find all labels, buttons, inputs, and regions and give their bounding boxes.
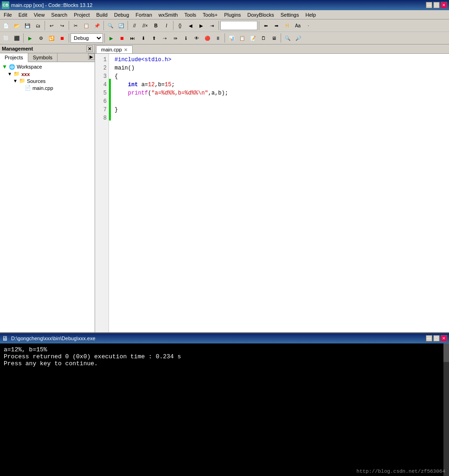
menu-wxsmith[interactable]: wxSmith: [156, 11, 181, 19]
menu-search[interactable]: Search: [48, 11, 70, 19]
run-button[interactable]: ▶: [25, 33, 35, 43]
menu-debug[interactable]: Debug: [111, 11, 132, 19]
jump-button[interactable]: ⇥: [207, 20, 217, 31]
redo-button[interactable]: ↪: [57, 20, 67, 31]
debug-watch-button[interactable]: 👁: [192, 33, 202, 43]
editor-tab-bar: main.cpp ✕: [95, 44, 449, 54]
select-rect-button[interactable]: ⬜: [1, 33, 11, 43]
code-editor[interactable]: #include<stdio.h> main() { int a=12,b=15…: [111, 54, 449, 332]
editor-tab-main-cpp[interactable]: main.cpp ✕: [96, 45, 133, 53]
rebuild-button[interactable]: 🔁: [46, 33, 57, 43]
replace-button[interactable]: 🔄: [116, 20, 126, 31]
uncomment-button[interactable]: //×: [140, 20, 150, 31]
line-numbers: 1 2 3 4 5 6 7 8: [95, 54, 109, 332]
paste-button[interactable]: 📌: [92, 20, 102, 31]
dbg-btn1[interactable]: 📊: [226, 33, 237, 43]
menu-tools[interactable]: Tools: [181, 11, 199, 19]
zoom-out-button[interactable]: 🔎: [293, 33, 303, 43]
debug-next-button[interactable]: ⏭: [128, 33, 138, 43]
terminal-maximize-button[interactable]: □: [433, 335, 440, 342]
tab-close-icon[interactable]: ✕: [124, 47, 128, 52]
tree-workspace[interactable]: ▼ 🌐 Workspace: [1, 63, 94, 70]
debug-stop-button[interactable]: ⏹: [117, 33, 127, 43]
debug-break-button[interactable]: 🔴: [202, 33, 212, 43]
main-cpp-label: main.cpp: [32, 85, 53, 91]
tab-symbols[interactable]: Symbols: [28, 53, 58, 62]
save-button[interactable]: 💾: [22, 20, 32, 31]
menu-view[interactable]: View: [31, 11, 48, 19]
dbg-btn5[interactable]: 🖥: [269, 33, 279, 43]
tree-project-xxx[interactable]: ▼ 📁 xxx: [1, 70, 94, 77]
sep12: [281, 33, 281, 43]
terminal-minimize-button[interactable]: —: [426, 335, 432, 342]
terminal-close-button[interactable]: ✕: [441, 335, 447, 342]
maximize-button[interactable]: □: [433, 2, 440, 8]
build-button[interactable]: ⚙: [36, 33, 46, 43]
tree-sources[interactable]: ▼ 📁 Sources: [1, 77, 94, 84]
undo-button[interactable]: ↩: [46, 20, 57, 31]
back-button[interactable]: ⬅: [261, 20, 271, 31]
panel-more-button[interactable]: ▶: [88, 53, 95, 60]
comment-button[interactable]: //: [129, 20, 140, 31]
italic-button[interactable]: I: [161, 20, 172, 31]
debug-out-button[interactable]: ⬆: [149, 33, 159, 43]
panel-tabs: Projects Symbols ▶: [0, 53, 95, 62]
menu-build[interactable]: Build: [93, 11, 110, 19]
build-config-dropdown[interactable]: Debug Release: [71, 33, 103, 43]
sep5: [173, 21, 173, 30]
dbg-btn2[interactable]: 📋: [237, 33, 247, 43]
toolbar-1: 📄 📂 💾 🗂 ↩ ↪ ✂ 📋 📌 🔍 🔄 // //× B I: [0, 19, 449, 32]
terminal-scrollbar[interactable]: [443, 343, 449, 476]
find-button[interactable]: 🔍: [105, 20, 115, 31]
menu-fortran[interactable]: Fortran: [133, 11, 154, 19]
zoom-in-button[interactable]: 🔍: [282, 33, 293, 43]
menu-help[interactable]: Help: [302, 11, 319, 19]
debug-step-button[interactable]: ⬇: [138, 33, 148, 43]
search-input[interactable]: [220, 21, 257, 30]
save-all-button[interactable]: 🗂: [33, 20, 43, 31]
panel-close-button[interactable]: ✕: [86, 45, 93, 52]
debug-pause-button[interactable]: ⏸: [213, 33, 223, 43]
minimize-button[interactable]: —: [426, 2, 432, 8]
stop-button[interactable]: ⏹: [57, 33, 67, 43]
debug-run-to-button[interactable]: ⇢: [160, 33, 170, 43]
menu-file[interactable]: File: [1, 11, 15, 19]
terminal-scrollbar-thumb[interactable]: [443, 343, 449, 362]
prev-button[interactable]: ◀: [186, 20, 196, 31]
menu-tools-plus[interactable]: Tools+: [200, 11, 220, 19]
terminal-window-controls[interactable]: — □ ✕: [426, 335, 447, 342]
dot-button[interactable]: ·: [303, 20, 314, 31]
case-button[interactable]: Aa: [293, 20, 303, 31]
debug-run-to2-button[interactable]: ⇛: [170, 33, 180, 43]
menu-edit[interactable]: Edit: [16, 11, 30, 19]
menu-settings[interactable]: Settings: [278, 11, 302, 19]
cut-button[interactable]: ✂: [71, 20, 81, 31]
highlight-button[interactable]: H: [282, 20, 292, 31]
editor-area: main.cpp ✕ 1 2 3 4 5 6 7 8: [95, 44, 449, 332]
window-title: main.cpp [xxx] - Code::Blocks 13.12: [11, 2, 92, 8]
match-button[interactable]: {}: [175, 20, 185, 31]
management-panel: Management ✕ Projects Symbols ▶ ▼ 🌐 Work…: [0, 44, 95, 332]
menu-project[interactable]: Project: [71, 11, 92, 19]
debug-info-button[interactable]: ℹ: [181, 33, 191, 43]
menu-doxyblocks[interactable]: DoxyBlocks: [244, 11, 276, 19]
copy-button[interactable]: 📋: [81, 20, 91, 31]
dbg-btn4[interactable]: 🗒: [258, 33, 269, 43]
close-button[interactable]: ✕: [441, 2, 447, 8]
tree-main-cpp[interactable]: ▼ 📄 main.cpp: [1, 84, 94, 91]
new-button[interactable]: 📄: [1, 20, 11, 31]
open-button[interactable]: 📂: [12, 20, 22, 31]
next-button[interactable]: ▶: [196, 20, 206, 31]
tab-projects[interactable]: Projects: [0, 53, 28, 62]
bold-button[interactable]: B: [151, 20, 161, 31]
menu-plugins[interactable]: Plugins: [221, 11, 244, 19]
dbg-btn3[interactable]: 📝: [248, 33, 258, 43]
menu-bar: File Edit View Search Project Build Debu…: [0, 10, 449, 19]
forward-button[interactable]: ➡: [271, 20, 282, 31]
sep6: [218, 21, 219, 30]
debug-run-button[interactable]: ▶: [106, 33, 116, 43]
workspace-label: Workspace: [17, 64, 42, 70]
select-all-button[interactable]: ⬛: [12, 33, 22, 43]
window-controls[interactable]: — □ ✕: [426, 2, 447, 8]
watermark: http://blog.csdn.net/zf563064: [357, 469, 445, 474]
